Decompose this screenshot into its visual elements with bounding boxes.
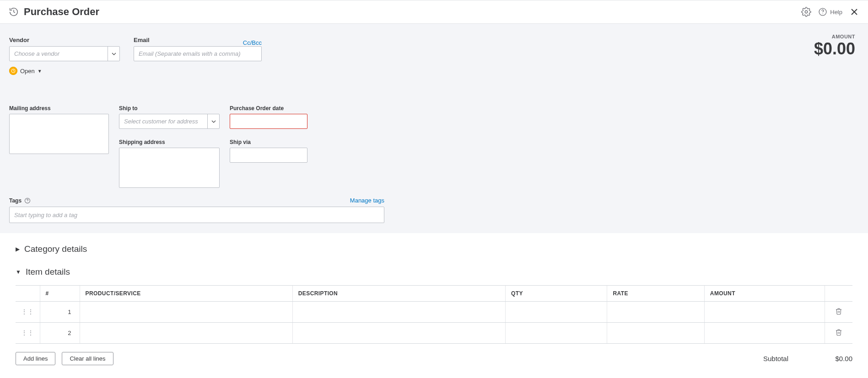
category-details-toggle[interactable]: ▶ Category details [16, 244, 852, 254]
row-rate[interactable] [607, 323, 704, 344]
item-details-table: # PRODUCT/SERVICE DESCRIPTION QTY RATE A… [16, 285, 852, 344]
trash-icon[interactable] [835, 309, 842, 316]
close-icon[interactable] [849, 6, 860, 17]
po-date-label: Purchase Order date [230, 105, 307, 112]
shipto-placeholder: Select customer for address [119, 118, 207, 125]
history-icon[interactable] [8, 6, 19, 17]
amount-display: AMOUNT $0.00 [814, 34, 855, 59]
help-label: Help [830, 9, 842, 16]
row-amount[interactable] [704, 323, 825, 344]
svg-point-0 [805, 11, 808, 13]
email-label: Email [134, 37, 150, 43]
col-delete [825, 286, 852, 302]
page-title: Purchase Order [24, 6, 99, 18]
row-product[interactable] [80, 302, 292, 323]
po-date-input[interactable] [230, 114, 307, 129]
row-number: 2 [40, 323, 80, 344]
caret-right-icon: ▶ [16, 246, 20, 252]
vendor-dropdown[interactable]: Choose a vendor [9, 46, 120, 61]
col-rate: RATE [607, 286, 704, 302]
shipto-dropdown[interactable]: Select customer for address [119, 114, 220, 129]
drag-handle-icon[interactable]: ⋮⋮ [21, 308, 34, 315]
item-details-toggle[interactable]: ▼ Item details [16, 267, 852, 277]
subtotal-label: Subtotal [763, 355, 788, 362]
table-row[interactable]: ⋮⋮ 1 [16, 302, 852, 323]
row-qty[interactable] [505, 323, 607, 344]
subtotal-value: $0.00 [816, 355, 852, 362]
status-dropdown[interactable]: Open ▼ [9, 67, 120, 75]
ship-via-label: Ship via [230, 139, 307, 145]
row-description[interactable] [292, 323, 505, 344]
trash-icon[interactable] [835, 330, 842, 337]
chevron-down-icon [207, 114, 219, 128]
add-lines-button[interactable]: Add lines [16, 352, 55, 365]
col-description: DESCRIPTION [292, 286, 505, 302]
col-num: # [40, 286, 80, 302]
item-details-title: Item details [26, 267, 70, 277]
vendor-label: Vendor [9, 37, 120, 43]
shipping-address-input[interactable] [119, 148, 220, 188]
tags-input[interactable] [9, 207, 384, 223]
vendor-placeholder: Choose a vendor [10, 50, 108, 57]
col-product: PRODUCT/SERVICE [80, 286, 292, 302]
amount-value: $0.00 [814, 39, 855, 59]
table-row[interactable]: ⋮⋮ 2 [16, 323, 852, 344]
chevron-down-icon [108, 47, 119, 61]
shipto-label: Ship to [119, 105, 220, 112]
help-button[interactable]: Help [818, 7, 842, 16]
clear-all-lines-button[interactable]: Clear all lines [62, 352, 113, 365]
ccbcc-link[interactable]: Cc/Bcc [243, 39, 262, 46]
amount-label: AMOUNT [814, 34, 855, 39]
row-description[interactable] [292, 302, 505, 323]
manage-tags-link[interactable]: Manage tags [350, 197, 384, 204]
row-number: 1 [40, 302, 80, 323]
row-rate[interactable] [607, 302, 704, 323]
gear-icon[interactable] [801, 6, 812, 17]
row-product[interactable] [80, 323, 292, 344]
email-input[interactable] [134, 46, 262, 61]
shipping-address-label: Shipping address [119, 139, 220, 145]
svg-point-2 [823, 14, 823, 14]
drag-handle-icon[interactable]: ⋮⋮ [21, 329, 34, 336]
col-amount: AMOUNT [704, 286, 825, 302]
tags-label: Tags [9, 197, 22, 204]
row-amount[interactable] [704, 302, 825, 323]
header-bar: Purchase Order Help [0, 0, 868, 24]
help-icon[interactable] [24, 197, 31, 204]
caret-down-icon: ▼ [16, 269, 21, 275]
chevron-down-icon: ▼ [38, 69, 42, 74]
mailing-address-label: Mailing address [9, 105, 109, 112]
category-details-title: Category details [24, 244, 87, 254]
status-open-icon [9, 67, 17, 75]
status-text: Open [20, 68, 35, 75]
ship-via-input[interactable] [230, 148, 307, 163]
row-qty[interactable] [505, 302, 607, 323]
col-drag [16, 286, 40, 302]
col-qty: QTY [505, 286, 607, 302]
svg-point-7 [27, 202, 27, 202]
mailing-address-input[interactable] [9, 114, 109, 154]
